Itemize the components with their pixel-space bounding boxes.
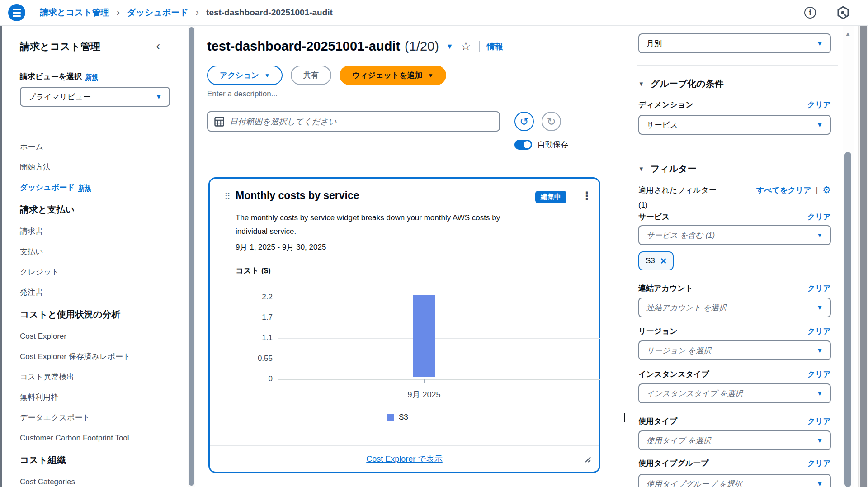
drag-handle-icon[interactable]: ⠿ (224, 191, 230, 202)
view-in-cost-explorer-link[interactable]: Cost Explorer で表示 (366, 454, 442, 464)
sidebar-collapse-icon[interactable]: ‹ (156, 39, 160, 53)
chart-bar[interactable] (413, 295, 435, 377)
applied-filters-row: 適用されたフィルター すべてをクリア | ⚙ (638, 184, 831, 195)
legend-label[interactable]: S3 (399, 413, 408, 422)
sidebar-item-anomaly-detection[interactable]: コスト異常検出 (20, 367, 183, 387)
autosave-toggle[interactable] (514, 140, 532, 150)
usage-type-group-clear-link[interactable]: クリア (807, 458, 831, 468)
y-tick-label: 1.1 (218, 333, 273, 342)
sidebar-item-cost-categories[interactable]: Cost Categories (20, 472, 183, 487)
date-range-input[interactable]: 日付範囲を選択してください (207, 111, 500, 132)
sidebar-section-cost-organization: コスト組織 (20, 448, 183, 472)
y-tick-label: 1.7 (218, 313, 273, 322)
hamburger-menu-icon[interactable] (8, 4, 25, 21)
scrollbar-up-arrow-icon[interactable]: ▲ (845, 30, 851, 37)
region-clear-link[interactable]: クリア (807, 326, 831, 336)
sidebar-item-bills[interactable]: 請求書 (20, 221, 183, 241)
panel-scrollbar[interactable]: ▲ (843, 26, 854, 487)
title-dropdown-caret-icon[interactable]: ▼ (446, 43, 453, 51)
favorite-star-icon[interactable]: ☆ (461, 39, 471, 53)
sidebar-item-carbon-footprint[interactable]: Customer Carbon Footprint Tool (20, 428, 183, 448)
grouping-section-header[interactable]: ▼ グループ化の条件 (638, 78, 724, 90)
info-link[interactable]: 情報 (487, 41, 503, 52)
granularity-select[interactable]: 月別▼ (638, 33, 831, 53)
window-edge (0, 14, 2, 487)
sidebar-scrollbar[interactable] (188, 26, 195, 487)
triangle-down-icon: ▼ (638, 165, 644, 172)
chevron-down-icon: ▼ (816, 347, 823, 354)
actions-button[interactable]: アクション▼ (207, 66, 283, 85)
sidebar-section-cost-analysis: コストと使用状況の分析 (20, 303, 183, 326)
dimension-clear-link[interactable]: クリア (807, 99, 831, 110)
share-button[interactable]: 共有 (291, 66, 331, 85)
filter-row-region: リージョン クリア (638, 326, 831, 336)
breadcrumb-billing-link[interactable]: 請求とコスト管理 (40, 7, 109, 19)
sidebar-item-cost-explorer[interactable]: Cost Explorer (20, 326, 183, 346)
sidebar-item-credits[interactable]: クレジット (20, 262, 183, 282)
instance-type-select[interactable]: インスタンスタイプ を選択▼ (638, 383, 831, 403)
usage-type-group-select[interactable]: 使用タイプグループ を選択▼ (638, 474, 831, 487)
widget-date-range: 9月 1, 2025 - 9月 30, 2025 (236, 242, 326, 252)
sidebar-item-home[interactable]: ホーム (20, 137, 183, 157)
sidebar-item-saved-reports[interactable]: Cost Explorer 保存済みレポート (20, 346, 183, 367)
clear-all-filters-link[interactable]: すべてをクリア (756, 185, 811, 195)
chevron-down-icon: ▼ (816, 480, 823, 487)
applied-filters-count: (1) (638, 201, 648, 210)
resize-handle-icon[interactable] (584, 455, 591, 463)
chip-close-icon[interactable]: × (660, 256, 666, 266)
breadcrumb: 請求とコスト管理 › ダッシュボード › test-dashboard-2025… (40, 7, 333, 19)
billing-view-select[interactable]: プライマリビュー▼ (20, 87, 170, 107)
chevron-down-icon: ▼ (816, 121, 823, 128)
chevron-down-icon: ▼ (428, 72, 434, 79)
sidebar-item-payments[interactable]: 支払い (20, 241, 183, 262)
filter-section-header[interactable]: ▼ フィルター (638, 163, 697, 175)
new-badge: 新規 (78, 184, 91, 192)
info-icon[interactable]: i (804, 7, 816, 19)
breadcrumb-dashboards-link[interactable]: ダッシュボード (127, 7, 189, 19)
gear-icon[interactable]: ⚙ (822, 184, 831, 195)
widget-description: The monthly costs by service widget brea… (236, 211, 525, 238)
redo-button[interactable]: ↻ (542, 112, 561, 131)
page-title-counter: (1/20) (405, 39, 439, 54)
sidebar-divider (20, 126, 174, 126)
linked-account-clear-link[interactable]: クリア (807, 283, 831, 293)
page-scrollbar[interactable] (858, 0, 868, 487)
editing-status-badge: 編集中 (535, 191, 566, 203)
widget-title: Monthly costs by service (236, 189, 359, 202)
separator: | (816, 185, 818, 194)
instance-type-clear-link[interactable]: クリア (807, 369, 831, 379)
add-widget-button[interactable]: ウィジェットを追加▼ (340, 66, 446, 85)
widget-monthly-costs: ⠿ Monthly costs by service 編集中 ⋮ The mon… (208, 177, 600, 473)
chevron-right-icon: › (117, 7, 120, 19)
new-badge: 新規 (85, 73, 98, 81)
linked-account-select[interactable]: 連結アカウント を選択▼ (638, 298, 831, 317)
usage-type-clear-link[interactable]: クリア (807, 416, 831, 426)
sidebar-item-data-exports[interactable]: データエクスポート (20, 407, 183, 428)
gridline (278, 298, 600, 298)
dimension-select[interactable]: サービス▼ (638, 115, 831, 135)
legend-swatch (387, 414, 394, 421)
top-navigation-bar: 請求とコスト管理 › ダッシュボード › test-dashboard-2025… (0, 0, 868, 26)
applied-filters-label: 適用されたフィルター (638, 185, 717, 195)
chip-label: S3 (646, 256, 655, 265)
billing-console-screen: 請求とコスト管理 › ダッシュボード › test-dashboard-2025… (0, 0, 868, 487)
service-clear-link[interactable]: クリア (807, 212, 831, 222)
text-cursor (624, 413, 625, 422)
service-filter-select[interactable]: サービス を含む (1)▼ (638, 225, 831, 245)
usage-type-select[interactable]: 使用タイプ を選択▼ (638, 430, 831, 450)
sidebar-item-free-tier[interactable]: 無料利用枠 (20, 387, 183, 407)
sidebar-nav: ホーム 開始方法 ダッシュボード新規 請求と支払い 請求書 支払い クレジット … (20, 137, 183, 487)
date-range-placeholder: 日付範囲を選択してください (230, 116, 337, 127)
sidebar-item-dashboards[interactable]: ダッシュボード新規 (20, 177, 183, 198)
billing-view-label: 請求ビューを選択新規 (20, 71, 98, 82)
undo-button[interactable]: ↺ (514, 112, 534, 131)
sidebar-item-getting-started[interactable]: 開始方法 (20, 157, 183, 177)
kebab-menu-icon[interactable]: ⋮ (580, 189, 594, 203)
panel-divider (637, 151, 838, 151)
dashboard-description-field[interactable]: Enter a description... (207, 90, 278, 99)
region-select[interactable]: リージョン を選択▼ (638, 340, 831, 360)
sidebar-title: 請求とコスト管理 (20, 40, 100, 53)
amazon-q-icon[interactable] (836, 5, 850, 20)
sidebar-item-purchase-orders[interactable]: 発注書 (20, 282, 183, 303)
dimension-label: ディメンション (638, 99, 693, 110)
